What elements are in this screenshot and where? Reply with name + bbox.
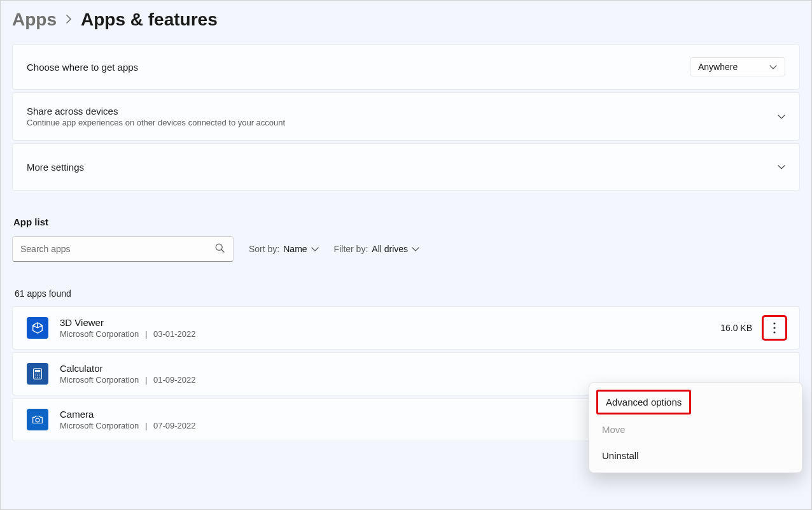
- app-icon-calculator: [27, 363, 48, 385]
- filter-by-label: Filter by:: [334, 244, 368, 254]
- app-list-heading: App list: [13, 216, 800, 227]
- app-source-dropdown[interactable]: Anywhere: [690, 57, 785, 76]
- app-date: 01-09-2022: [153, 375, 196, 385]
- card-share-sub: Continue app experiences on other device…: [27, 118, 778, 127]
- app-context-menu: Advanced options Move Uninstall: [589, 382, 802, 473]
- app-publisher: Microsoft Corporation: [60, 329, 139, 339]
- chevron-down-icon: [778, 164, 785, 171]
- svg-point-10: [35, 375, 36, 376]
- svg-point-11: [37, 375, 38, 376]
- chevron-down-icon: [311, 245, 319, 253]
- search-input[interactable]: [12, 236, 234, 262]
- svg-point-4: [773, 331, 775, 333]
- search-icon: [215, 243, 225, 255]
- sort-by-dropdown[interactable]: Sort by: Name: [249, 244, 319, 254]
- chevron-down-icon: [769, 63, 777, 71]
- context-move: Move: [589, 416, 802, 443]
- app-icon-camera: [27, 409, 48, 430]
- svg-line-1: [221, 250, 224, 252]
- chevron-down-icon: [412, 245, 419, 253]
- context-uninstall[interactable]: Uninstall: [589, 443, 802, 469]
- app-list-toolbar: Sort by: Name Filter by: All drives: [12, 236, 800, 262]
- card-app-source: Choose where to get apps Anywhere: [12, 44, 800, 90]
- card-share-devices[interactable]: Share across devices Continue app experi…: [12, 92, 800, 141]
- app-publisher: Microsoft Corporation: [60, 375, 139, 385]
- svg-point-7: [35, 374, 36, 375]
- card-share-title: Share across devices: [27, 106, 778, 117]
- app-source-value: Anywhere: [698, 62, 738, 72]
- app-sub: Microsoft Corporation | 03-01-2022: [60, 329, 720, 339]
- app-size: 16.0 KB: [720, 323, 752, 333]
- app-more-button[interactable]: [764, 317, 785, 339]
- app-date: 03-01-2022: [153, 329, 196, 339]
- svg-rect-6: [35, 370, 40, 372]
- svg-point-16: [36, 418, 39, 422]
- svg-point-8: [37, 374, 38, 375]
- app-publisher: Microsoft Corporation: [60, 421, 139, 430]
- app-icon-3dviewer: [27, 317, 48, 339]
- app-count-label: 61 apps found: [15, 288, 800, 299]
- app-name: 3D Viewer: [60, 317, 720, 328]
- card-more-title: More settings: [27, 162, 778, 173]
- app-row: 3D Viewer Microsoft Corporation | 03-01-…: [12, 306, 800, 350]
- breadcrumb: Apps Apps & features: [12, 7, 800, 30]
- svg-point-9: [39, 374, 40, 375]
- app-date: 07-09-2022: [153, 421, 196, 430]
- context-advanced-options[interactable]: Advanced options: [597, 390, 690, 414]
- app-name: Calculator: [60, 363, 752, 374]
- svg-point-3: [773, 327, 775, 329]
- svg-point-2: [773, 322, 775, 324]
- svg-point-13: [35, 377, 36, 378]
- sort-by-value: Name: [283, 244, 307, 254]
- card-more-settings[interactable]: More settings: [12, 143, 800, 191]
- card-app-source-title: Choose where to get apps: [27, 62, 690, 73]
- breadcrumb-current: Apps & features: [81, 10, 218, 30]
- chevron-right-icon: [66, 13, 72, 27]
- filter-by-value: All drives: [372, 244, 408, 254]
- svg-point-15: [39, 377, 40, 378]
- sort-by-label: Sort by:: [249, 244, 279, 254]
- chevron-down-icon: [778, 113, 785, 120]
- filter-by-dropdown[interactable]: Filter by: All drives: [334, 244, 419, 254]
- breadcrumb-parent[interactable]: Apps: [12, 10, 57, 30]
- svg-point-14: [37, 377, 38, 378]
- svg-point-12: [39, 375, 40, 376]
